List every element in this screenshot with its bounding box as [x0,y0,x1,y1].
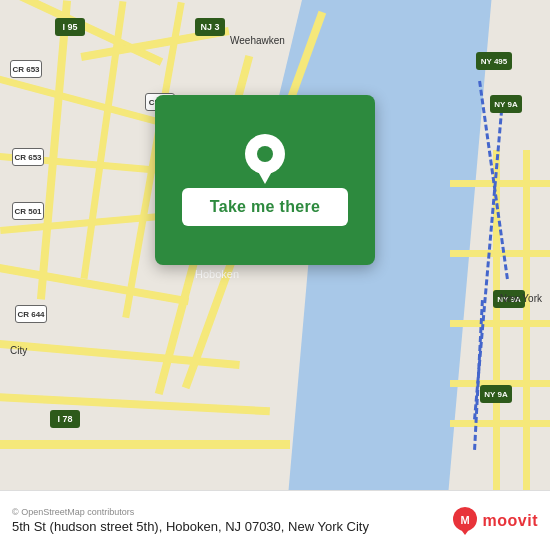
road [450,180,550,187]
moovit-logo: M moovit [451,507,538,535]
map-container: I 95 NJ 3 CR 653 CR 653 CR 64 CR 501 CR … [0,0,550,490]
route-shield-ny9a-bottom: NY 9A [480,385,512,403]
route-shield-ny9a-top: NY 9A [490,95,522,113]
svg-marker-4 [459,527,471,535]
route-shield-ny495: NY 495 [476,52,512,70]
road [450,320,550,327]
moovit-text: moovit [483,512,538,530]
footer-left: © OpenStreetMap contributors 5th St (hud… [12,507,451,534]
map-footer: © OpenStreetMap contributors 5th St (hud… [0,490,550,550]
take-me-there-button[interactable]: Take me there [182,188,348,226]
openstreetmap-credit: © OpenStreetMap contributors [12,507,451,517]
road [450,250,550,257]
road [0,440,290,449]
location-pin-icon [243,134,287,178]
route-shield-cr653-mid: CR 653 [12,148,44,166]
svg-marker-2 [255,166,275,184]
route-shield-cr653-top: CR 653 [10,60,42,78]
route-shield-i95: I 95 [55,18,85,36]
moovit-icon: M [451,507,479,535]
route-shield-cr501: CR 501 [12,202,44,220]
svg-point-1 [257,146,273,162]
road [523,150,530,490]
road [450,420,550,427]
route-shield-cr644: CR 644 [15,305,47,323]
address-text: 5th St (hudson street 5th), Hoboken, NJ … [12,519,451,534]
location-card: Take me there [155,95,375,265]
route-shield-nj3: NJ 3 [195,18,225,36]
svg-text:M: M [460,514,469,526]
route-shield-i78: I 78 [50,410,80,428]
route-shield-ny9a-mid: NY 9A [493,290,525,308]
